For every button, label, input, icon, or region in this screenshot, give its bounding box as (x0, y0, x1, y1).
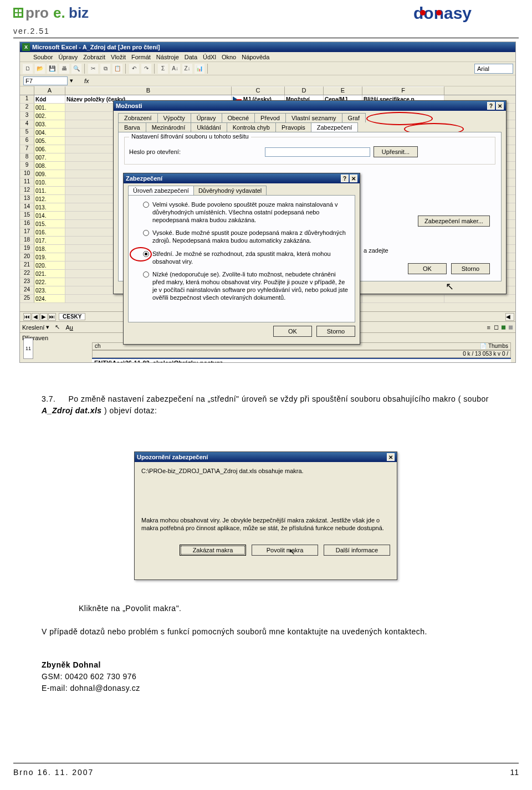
save-icon[interactable]: 💾 (47, 63, 58, 74)
row-num[interactable]: 23 (20, 278, 34, 286)
row-num[interactable]: 16 (20, 220, 34, 228)
tabs-row-2[interactable]: Barva Mezinárodní Ukládání Kontrola chyb… (114, 122, 506, 132)
copy-icon[interactable]: ⧉ (100, 63, 111, 74)
cell[interactable]: 023. (34, 286, 65, 294)
nav-next-icon[interactable]: ▶ (40, 313, 48, 321)
row-num[interactable]: 24 (20, 286, 34, 294)
radio-stredni[interactable]: Střední. Je možné se rozhodnout, zda spu… (143, 250, 349, 266)
nav-last-icon[interactable]: ⏭ (48, 313, 56, 321)
undo-icon[interactable]: ↶ (129, 63, 140, 74)
row-num[interactable]: 25 (20, 295, 34, 302)
tab-uroven-zabezpeceni[interactable]: Úroveň zabezpečení (128, 186, 194, 195)
radio-icon[interactable] (143, 230, 149, 236)
cell[interactable]: 011. (34, 187, 65, 194)
btn-storno[interactable]: Storno (316, 326, 355, 337)
btn-dalsi-informace[interactable]: Další informace (324, 545, 390, 556)
shape-grey-icon[interactable]: ◼ (508, 324, 513, 331)
cell[interactable]: 013. (34, 203, 65, 211)
new-icon[interactable]: 🗋 (22, 63, 33, 74)
cell[interactable] (362, 295, 444, 302)
cell[interactable]: 022. (34, 278, 65, 286)
row-num[interactable]: 10 (20, 170, 34, 178)
col-D[interactable]: D (285, 86, 324, 95)
cell[interactable]: 004. (34, 129, 65, 136)
row-num[interactable]: 21 (20, 261, 34, 269)
shape-icon[interactable]: ◻ (494, 324, 499, 331)
autoshapes-label[interactable]: Au (65, 324, 73, 331)
row-num[interactable]: 8 (20, 153, 34, 161)
pointer-icon[interactable]: ↖ (55, 324, 60, 331)
row-num[interactable]: 9 (20, 162, 34, 170)
btn-storno[interactable]: Storno (451, 263, 490, 274)
tab-duveryhodny-vydavatel[interactable]: Důvěryhodný vydavatel (193, 186, 267, 195)
menu-udxl[interactable]: ÚdXl (203, 54, 216, 60)
radio-icon[interactable] (143, 202, 149, 208)
preview-icon[interactable]: 🔍 (71, 63, 82, 74)
col-C[interactable]: C (232, 86, 285, 95)
excel-menubar[interactable]: Soubor Úpravy Zobrazit Vložit Formát Nás… (20, 52, 515, 62)
cut-icon[interactable]: ✂ (88, 63, 99, 74)
scroll-left-icon[interactable]: ◀ (505, 313, 514, 321)
tab-barva[interactable]: Barva (118, 122, 146, 132)
row-num[interactable]: 11 (20, 178, 34, 186)
sum-icon[interactable]: Σ (157, 63, 168, 74)
tab-mezinarodni[interactable]: Mezinárodní (146, 122, 192, 132)
row-num[interactable]: 20 (20, 253, 34, 261)
col-F[interactable]: F (362, 86, 444, 95)
btn-povolit-makra[interactable]: Povolit makra (252, 545, 318, 556)
row-num[interactable]: 5 (20, 129, 34, 136)
menu-data[interactable]: Data (185, 54, 197, 60)
menu-nastroje[interactable]: Nástroje (156, 54, 179, 60)
draw-label[interactable]: Kreslení (22, 324, 44, 331)
open-icon[interactable]: 📂 (34, 63, 45, 74)
shape-green-icon[interactable]: ◼ (501, 324, 506, 331)
tab-upravy[interactable]: Úpravy (191, 113, 222, 122)
row-num[interactable]: 4 (20, 120, 34, 128)
print-icon[interactable]: 🖶 (59, 63, 70, 74)
col-E[interactable]: E (324, 86, 362, 95)
cell[interactable]: 024. (34, 295, 65, 302)
row-num[interactable]: 14 (20, 203, 34, 211)
cell[interactable]: 008. (34, 162, 65, 170)
row-num[interactable]: 1 (20, 95, 34, 103)
row-num[interactable]: 2 (20, 104, 34, 111)
cell[interactable]: 019. (34, 253, 65, 261)
btn-zabezpeceni-maker[interactable]: Zabezpečení maker... (418, 216, 490, 227)
name-box[interactable]: F7 (23, 76, 68, 85)
close-icon[interactable]: ✕ (387, 453, 395, 461)
row-num[interactable]: 3 (20, 112, 34, 120)
menu-upravy[interactable]: Úpravy (58, 54, 78, 60)
sort-desc-icon[interactable]: Z↓ (182, 63, 193, 74)
radio-icon[interactable] (143, 251, 149, 257)
cell[interactable]: 007. (34, 153, 65, 161)
menu-format[interactable]: Formát (131, 54, 151, 60)
menu-okno[interactable]: Okno (222, 54, 236, 60)
font-name-box[interactable]: Arial (474, 64, 513, 74)
radio-velmi-vysoke[interactable]: Velmi vysoké. Bude povoleno spouštět pou… (143, 201, 349, 224)
help-icon[interactable]: ? (487, 102, 495, 110)
btn-upresnit[interactable]: Upřesnit... (374, 146, 418, 157)
help-icon[interactable]: ? (341, 175, 349, 182)
cell[interactable]: 017. (34, 237, 65, 244)
tabs-row-1[interactable]: Zobrazení Výpočty Úpravy Obecné Převod V… (114, 111, 506, 122)
cell[interactable]: 012. (34, 195, 65, 203)
cell-A1[interactable]: Kód (34, 95, 65, 103)
menu-napoveda[interactable]: Nápověda (242, 54, 269, 60)
row-num[interactable]: 18 (20, 237, 34, 244)
menu-zobrazit[interactable]: Zobrazit (83, 54, 105, 60)
radio-icon[interactable] (143, 271, 149, 278)
tab-pravopis[interactable]: Pravopis (275, 122, 311, 132)
cell[interactable]: 015. (34, 220, 65, 228)
radio-vysoke[interactable]: Vysoké. Bude možné spustit pouze podepsa… (143, 229, 349, 245)
cell[interactable]: 005. (34, 137, 65, 145)
nav-prev-icon[interactable]: ◀ (32, 313, 39, 321)
cell[interactable]: 002. (34, 112, 65, 120)
radio-nizke[interactable]: Nízké (nedoporučuje se). Zvolíte-li tuto… (143, 271, 349, 301)
row-num[interactable]: 19 (20, 245, 34, 253)
sheet-tab-cesky[interactable]: CESKY (59, 313, 85, 320)
tab-vypocty[interactable]: Výpočty (157, 113, 191, 122)
input-heslo[interactable] (265, 147, 370, 157)
sort-asc-icon[interactable]: A↓ (170, 63, 181, 74)
cell[interactable]: 010. (34, 178, 65, 186)
menu-soubor[interactable]: Soubor (33, 54, 53, 60)
